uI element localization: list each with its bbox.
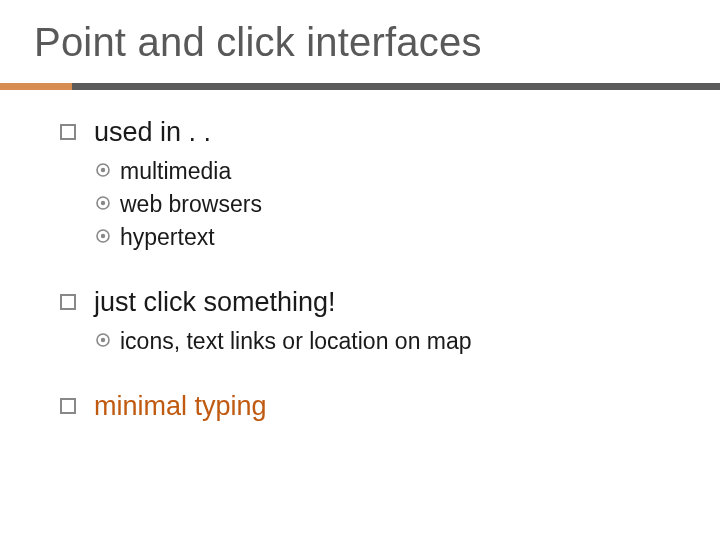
target-bullet-icon bbox=[96, 196, 110, 210]
square-bullet-icon bbox=[60, 398, 76, 414]
list-item-text: minimal typing bbox=[94, 391, 267, 422]
target-bullet-icon bbox=[96, 229, 110, 243]
sub-list-item: hypertext bbox=[96, 224, 692, 251]
sub-list: icons, text links or location on map bbox=[60, 328, 692, 355]
sub-list: multimedia web browsers hypertext bbox=[60, 158, 692, 251]
target-bullet-icon bbox=[96, 163, 110, 177]
svg-point-1 bbox=[101, 168, 105, 172]
sub-list-item-text: hypertext bbox=[120, 224, 215, 251]
rule-gray bbox=[0, 83, 720, 90]
list-item-text: used in . . bbox=[94, 117, 211, 148]
sub-list-item: web browsers bbox=[96, 191, 692, 218]
square-bullet-icon bbox=[60, 294, 76, 310]
list-item: used in . . bbox=[60, 117, 692, 148]
svg-point-3 bbox=[101, 201, 105, 205]
slide-body: used in . . multimedia web browsers hype… bbox=[28, 117, 692, 422]
svg-point-5 bbox=[101, 234, 105, 238]
sub-list-item-text: web browsers bbox=[120, 191, 262, 218]
slide-title: Point and click interfaces bbox=[34, 20, 692, 65]
sub-list-item: icons, text links or location on map bbox=[96, 328, 692, 355]
rule-accent bbox=[0, 83, 72, 90]
slide: Point and click interfaces used in . . m… bbox=[0, 0, 720, 540]
list-item-text: just click something! bbox=[94, 287, 336, 318]
square-bullet-icon bbox=[60, 124, 76, 140]
title-rule bbox=[28, 83, 692, 91]
list-item: just click something! bbox=[60, 287, 692, 318]
sub-list-item: multimedia bbox=[96, 158, 692, 185]
list-item: minimal typing bbox=[60, 391, 692, 422]
target-bullet-icon bbox=[96, 333, 110, 347]
svg-point-7 bbox=[101, 338, 105, 342]
sub-list-item-text: multimedia bbox=[120, 158, 231, 185]
sub-list-item-text: icons, text links or location on map bbox=[120, 328, 472, 355]
